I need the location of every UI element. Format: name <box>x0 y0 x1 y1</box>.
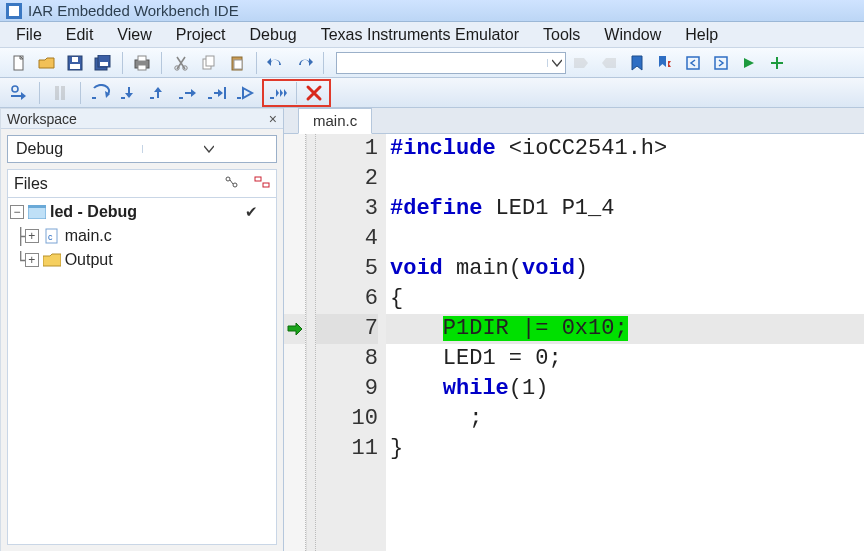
tree-output-row[interactable]: └ + Output <box>8 248 276 272</box>
code-line[interactable]: ; <box>386 404 864 434</box>
files-header: Files <box>7 169 277 197</box>
find-prev-button[interactable] <box>596 51 622 75</box>
close-icon[interactable]: × <box>269 111 277 127</box>
tree-project-row[interactable]: − led - Debug ✔ <box>8 200 276 224</box>
svg-rect-15 <box>206 56 214 66</box>
expand-icon[interactable]: + <box>25 253 39 267</box>
menu-item-view[interactable]: View <box>107 24 161 46</box>
code-line[interactable]: { <box>386 284 864 314</box>
menu-item-project[interactable]: Project <box>166 24 236 46</box>
menu-item-debug[interactable]: Debug <box>240 24 307 46</box>
open-file-button[interactable] <box>34 51 60 75</box>
code-line[interactable] <box>386 224 864 254</box>
go-button-2[interactable] <box>233 81 259 105</box>
bookmark-next-button[interactable] <box>652 51 678 75</box>
nav-back-button[interactable] <box>680 51 706 75</box>
menu-item-file[interactable]: File <box>6 24 52 46</box>
step-out-button[interactable] <box>146 81 172 105</box>
print-button[interactable] <box>129 51 155 75</box>
menu-item-help[interactable]: Help <box>675 24 728 46</box>
next-statement-button[interactable] <box>175 81 201 105</box>
svg-rect-17 <box>234 60 242 69</box>
workspace-config-value: Debug <box>8 140 142 158</box>
svg-point-23 <box>233 183 237 187</box>
find-next-button[interactable] <box>568 51 594 75</box>
files-label: Files <box>14 175 48 193</box>
tree-file-row[interactable]: ├ + c main.c <box>8 224 276 248</box>
code-body[interactable]: #include <ioCC2541.h>#define LED1 P1_4vo… <box>386 134 864 551</box>
code-line[interactable]: LED1 = 0; <box>386 344 864 374</box>
editor-tab-label: main.c <box>313 112 357 129</box>
collapse-icon[interactable]: − <box>10 205 24 219</box>
project-icon <box>28 204 46 220</box>
step-over-button[interactable] <box>88 81 114 105</box>
code-line[interactable]: } <box>386 434 864 464</box>
editor-area: main.c 1234567891011 #include <ioCC2541.… <box>284 108 864 551</box>
svg-point-22 <box>226 177 230 181</box>
run-to-cursor-button[interactable] <box>204 81 230 105</box>
toolbar-separator <box>80 82 81 104</box>
code-line[interactable]: P1DIR |= 0x10; <box>386 314 864 344</box>
save-all-button[interactable] <box>90 51 116 75</box>
c-file-icon: c <box>43 228 61 244</box>
menu-bar: File Edit View Project Debug Texas Instr… <box>0 22 864 48</box>
editor-tab-main-c[interactable]: main.c <box>298 108 372 134</box>
code-line[interactable]: #define LED1 P1_4 <box>386 194 864 224</box>
gutter-separator <box>306 134 316 551</box>
expand-icon[interactable]: + <box>25 229 39 243</box>
new-file-button[interactable] <box>6 51 32 75</box>
step-into-button[interactable] <box>117 81 143 105</box>
svg-rect-24 <box>255 177 261 181</box>
stop-debug-button[interactable] <box>301 81 327 105</box>
execution-pointer-icon <box>287 322 303 336</box>
files-col-1-icon[interactable] <box>224 175 240 193</box>
toolbar-separator <box>256 52 257 74</box>
go-button[interactable] <box>736 51 762 75</box>
title-bar: IAR Embedded Workbench IDE <box>0 0 864 22</box>
code-editor[interactable]: 1234567891011 #include <ioCC2541.h>#defi… <box>284 134 864 551</box>
code-line[interactable]: #include <ioCC2541.h> <box>386 134 864 164</box>
chevron-down-icon[interactable] <box>142 145 277 153</box>
code-line[interactable]: void main(void) <box>386 254 864 284</box>
toolbar-separator <box>161 52 162 74</box>
workspace-config-select[interactable]: Debug <box>7 135 277 163</box>
svg-rect-25 <box>263 183 269 187</box>
multi-step-button[interactable] <box>266 81 292 105</box>
check-icon: ✔ <box>245 203 258 221</box>
undo-button[interactable] <box>263 51 289 75</box>
files-col-2-icon[interactable] <box>254 175 270 193</box>
app-title: IAR Embedded Workbench IDE <box>28 2 239 19</box>
debug-toolbar <box>0 78 864 108</box>
tree-file-label: main.c <box>65 227 112 245</box>
menu-item-window[interactable]: Window <box>594 24 671 46</box>
menu-item-tools[interactable]: Tools <box>533 24 590 46</box>
redo-button[interactable] <box>291 51 317 75</box>
breakpoint-gutter[interactable] <box>284 134 306 551</box>
reset-button[interactable] <box>6 81 32 105</box>
code-line[interactable] <box>386 164 864 194</box>
svg-rect-4 <box>70 64 80 69</box>
cut-button[interactable] <box>168 51 194 75</box>
svg-rect-27 <box>28 205 46 208</box>
menu-item-ti-emulator[interactable]: Texas Instruments Emulator <box>311 24 529 46</box>
find-combo[interactable] <box>336 52 566 74</box>
plus-button[interactable] <box>764 51 790 75</box>
svg-rect-5 <box>72 57 78 62</box>
app-icon <box>6 3 22 19</box>
copy-button[interactable] <box>196 51 222 75</box>
nav-forward-button[interactable] <box>708 51 734 75</box>
chevron-down-icon[interactable] <box>547 59 565 67</box>
main-toolbar <box>0 48 864 78</box>
paste-button[interactable] <box>224 51 250 75</box>
break-button[interactable] <box>47 81 73 105</box>
save-button[interactable] <box>62 51 88 75</box>
bookmark-toggle-button[interactable] <box>624 51 650 75</box>
line-number-gutter: 1234567891011 <box>316 134 386 551</box>
workspace-panel: Workspace × Debug Files − led - Debug ✔ … <box>0 108 284 551</box>
toolbar-separator <box>39 82 40 104</box>
svg-rect-11 <box>138 65 146 70</box>
svg-rect-19 <box>715 57 727 69</box>
code-line[interactable]: while(1) <box>386 374 864 404</box>
menu-item-edit[interactable]: Edit <box>56 24 104 46</box>
workspace-tree[interactable]: − led - Debug ✔ ├ + c main.c └ + Output <box>7 197 277 545</box>
